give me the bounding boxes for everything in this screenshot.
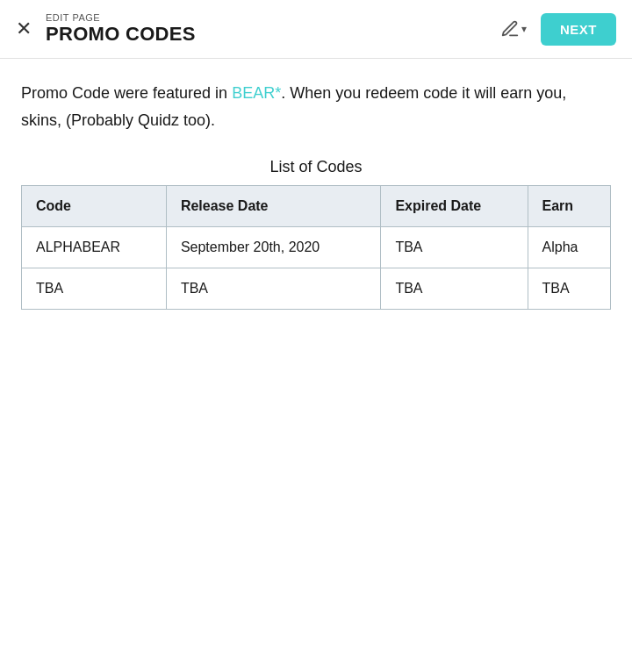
close-button[interactable]: ✕ — [16, 19, 32, 39]
table-row: ALPHABEAR September 20th, 2020 TBA Alpha — [22, 227, 611, 268]
next-button[interactable]: NEXT — [541, 13, 616, 46]
col-header-code: Code — [22, 186, 167, 227]
table-title: List of Codes — [21, 158, 611, 176]
page-body: Promo Code were featured in BEAR*. When … — [0, 59, 632, 310]
cell-code-1: TBA — [22, 268, 167, 310]
col-header-expired-date: Expired Date — [381, 186, 528, 227]
description-before: Promo Code were featured in — [21, 84, 232, 102]
header-title-block: EDIT PAGE PROMO CODES — [46, 12, 493, 46]
cell-earn-0: Alpha — [528, 227, 610, 268]
cell-code-0: ALPHABEAR — [22, 227, 167, 268]
codes-table: Code Release Date Expired Date Earn ALPH… — [21, 185, 611, 310]
description-highlight: BEAR* — [232, 84, 281, 102]
cell-expired-0: TBA — [381, 227, 528, 268]
edit-button[interactable]: ▾ — [493, 14, 534, 44]
page-title: PROMO CODES — [46, 23, 493, 46]
edit-icon — [500, 19, 520, 39]
table-row: TBA TBA TBA TBA — [22, 268, 611, 310]
table-header-row: Code Release Date Expired Date Earn — [22, 186, 611, 227]
col-header-release-date: Release Date — [166, 186, 380, 227]
header-actions: ▾ NEXT — [493, 13, 616, 46]
edit-page-label: EDIT PAGE — [46, 12, 493, 23]
description-text: Promo Code were featured in BEAR*. When … — [21, 80, 611, 133]
page-header: ✕ EDIT PAGE PROMO CODES ▾ NEXT — [0, 0, 632, 59]
cell-earn-1: TBA — [528, 268, 610, 310]
cell-release-0: September 20th, 2020 — [166, 227, 380, 268]
cell-release-1: TBA — [166, 268, 380, 310]
cell-expired-1: TBA — [381, 268, 528, 310]
codes-table-section: List of Codes Code Release Date Expired … — [21, 158, 611, 310]
col-header-earn: Earn — [528, 186, 610, 227]
chevron-down-icon: ▾ — [521, 23, 527, 35]
